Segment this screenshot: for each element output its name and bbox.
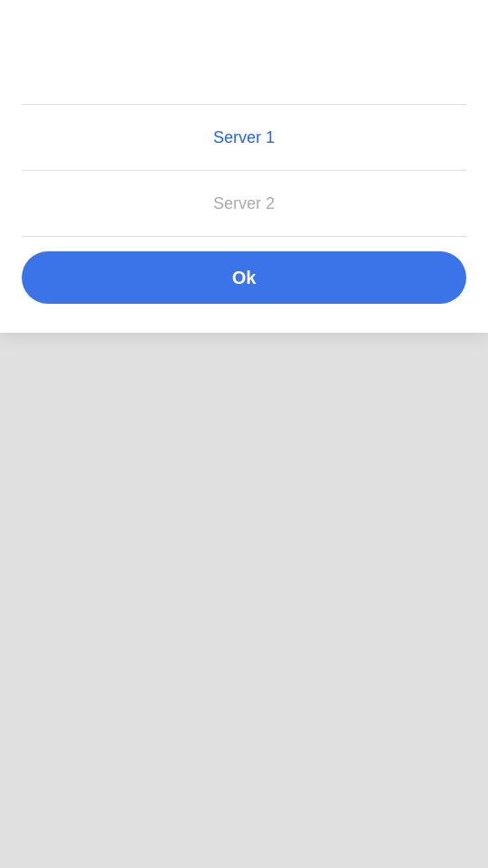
dialog-divider-bot [22,236,466,237]
server-option-2[interactable]: Server 2 [22,178,466,229]
dialog-ok-button[interactable]: Ok [22,251,466,304]
dialog-divider-top [22,104,466,105]
dialog-divider-mid [22,170,466,171]
main-content: Home Files http://xhslink.com/xcuUAj ✕ P… [0,98,488,333]
dialog-spacer [22,6,466,97]
select-server-dialog: Select server : Server 1 Server 2 Ok [0,0,488,333]
server-option-1[interactable]: Server 1 [22,112,466,163]
